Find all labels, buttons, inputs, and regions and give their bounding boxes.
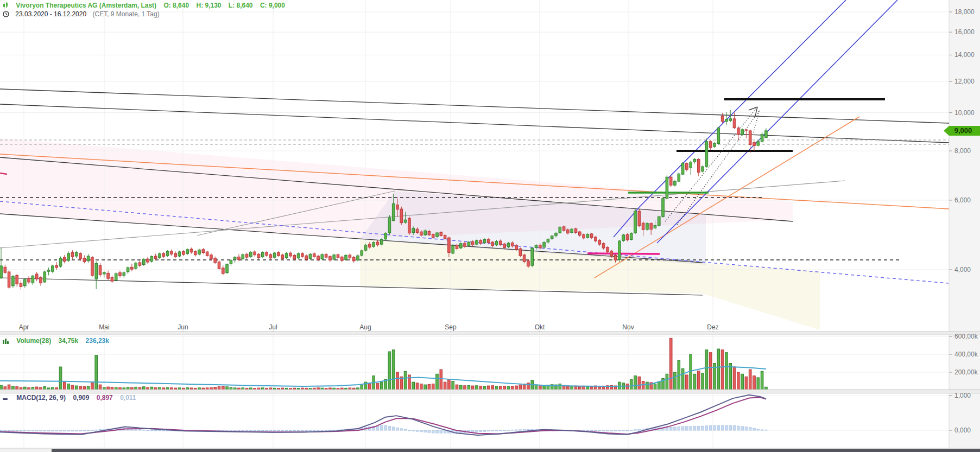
macd-histogram-bar: [313, 430, 315, 431]
candle: [404, 220, 407, 222]
volume-bar: [428, 384, 431, 390]
panel-separator[interactable]: [0, 390, 980, 393]
candle: [384, 233, 387, 239]
candle: [352, 257, 355, 261]
candle: [24, 279, 27, 286]
candle: [218, 262, 220, 269]
candle: [678, 174, 680, 181]
macd-histogram-bar: [606, 430, 609, 431]
macd-value: 0,909: [73, 394, 89, 402]
instrument-header[interactable]: Vivoryon Therapeutics AG (Amsterdam, Las…: [3, 2, 290, 11]
candle: [364, 245, 367, 250]
chart-application-window: 18,00016,00014,00012,00010,0008,0006,000…: [0, 0, 980, 452]
volume-bar: [91, 383, 94, 390]
macd-indicator-header[interactable]: MACD(12, 26, 9) 0,909 0,897 0,011: [3, 394, 142, 403]
price-tick-label: 16,000: [954, 28, 975, 36]
candle: [749, 131, 751, 145]
macd-histogram-bar: [31, 430, 34, 431]
candle: [543, 243, 546, 247]
macd-histogram-bar: [317, 430, 320, 431]
macd-histogram-bar: [135, 429, 137, 430]
macd-histogram-bar: [630, 430, 633, 431]
candle: [555, 233, 558, 235]
macd-histogram-bar: [293, 430, 296, 431]
horizontal-scrollbar[interactable]: [0, 448, 980, 452]
macd-histogram-bar: [242, 430, 244, 431]
candle: [539, 245, 542, 248]
macd-histogram-bar: [262, 430, 264, 431]
macd-tick-label: 0,000: [954, 426, 971, 434]
candle: [535, 245, 538, 247]
macd-histogram-bar: [729, 425, 732, 430]
scrollbar-thumb[interactable]: [52, 449, 980, 452]
volume-bar: [452, 381, 454, 391]
candle: [301, 253, 304, 257]
macd-histogram-bar: [40, 430, 42, 431]
candle: [162, 253, 165, 257]
candle: [686, 163, 688, 169]
candle: [52, 266, 54, 271]
candle: [634, 211, 637, 233]
macd-histogram-bar: [666, 428, 668, 430]
macd-histogram-bar: [733, 425, 736, 430]
volume-bar: [721, 350, 724, 390]
candle: [317, 256, 320, 260]
candle: [460, 244, 463, 248]
macd-histogram-bar: [416, 430, 419, 431]
magenta-support-segment[interactable]: [587, 253, 660, 254]
volume-tick-label: 600,00k: [954, 333, 978, 340]
candle: [250, 252, 252, 257]
candle: [87, 256, 90, 261]
candle: [519, 249, 522, 256]
candle: [111, 278, 113, 282]
volume-bar: [666, 374, 668, 390]
candle: [483, 239, 486, 243]
volume-bar: [749, 370, 751, 390]
candle: [642, 223, 644, 230]
candle: [674, 181, 676, 185]
volume-bar: [396, 372, 399, 390]
candle: [242, 254, 244, 259]
volume-bar: [741, 374, 744, 390]
volume-bar: [757, 378, 760, 390]
macd-histogram-bar: [75, 430, 78, 431]
candle: [551, 236, 553, 239]
macd-histogram-bar: [47, 430, 50, 431]
panel-separator[interactable]: [0, 332, 980, 335]
candle: [638, 211, 641, 226]
volume-indicator-header[interactable]: Volume(28) 34,75k 236,23k: [3, 337, 115, 346]
macd-histogram-bar: [8, 430, 10, 431]
price-chart-canvas[interactable]: 18,00016,00014,00012,00010,0008,0006,000…: [0, 0, 980, 452]
macd-histogram-bar: [12, 430, 15, 431]
candle: [135, 263, 137, 269]
candle: [725, 119, 728, 122]
candlestick-icon: [3, 2, 9, 11]
macd-histogram-bar: [634, 430, 637, 430]
candle: [265, 252, 268, 256]
candle: [361, 251, 363, 256]
candle: [400, 209, 403, 222]
candle: [182, 251, 185, 254]
macd-histogram-bar: [233, 430, 236, 431]
clock-icon: [3, 11, 9, 20]
candle: [210, 255, 213, 259]
macd-histogram-bar: [753, 428, 756, 430]
candle: [115, 273, 117, 280]
candle: [178, 252, 181, 256]
macd-histogram-bar: [519, 430, 522, 430]
candle: [277, 252, 280, 256]
candle: [349, 255, 351, 258]
candle: [440, 232, 442, 235]
candle: [79, 253, 82, 259]
candle: [733, 119, 736, 128]
candle: [709, 142, 712, 148]
volume-bar: [448, 379, 451, 390]
candle: [567, 230, 570, 233]
macd-histogram-bar: [245, 430, 248, 431]
candle: [372, 243, 375, 246]
candle: [717, 128, 720, 144]
candle: [654, 225, 656, 228]
macd-histogram-bar: [91, 430, 94, 431]
candle: [476, 240, 478, 244]
macd-histogram-bar: [709, 426, 712, 430]
